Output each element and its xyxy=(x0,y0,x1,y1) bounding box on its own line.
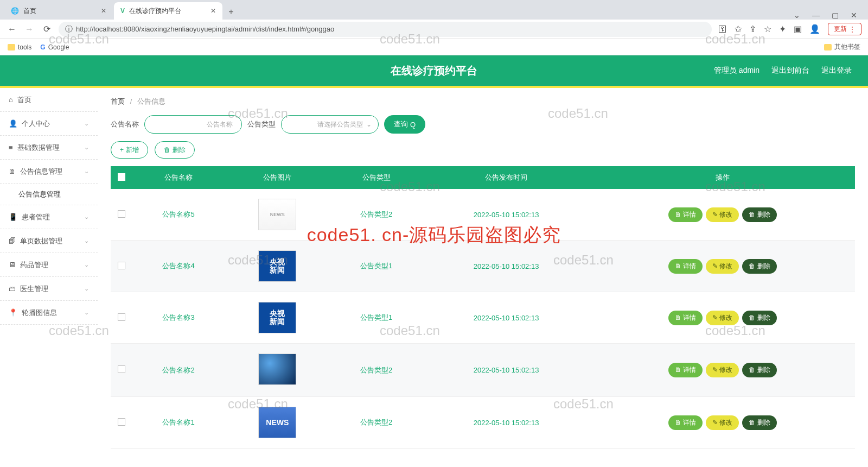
admin-label[interactable]: 管理员 admin xyxy=(714,66,760,75)
browser-tab-1[interactable]: V 在线诊疗预约平台 ✕ xyxy=(114,2,222,20)
doc-icon: 🗎 xyxy=(9,167,16,175)
detail-button[interactable]: 🗎 详情 xyxy=(668,311,703,325)
sidebar-item-doctor[interactable]: 🗃 医生管理 ⌄ xyxy=(0,277,98,301)
chevron-down-icon: ⌄ xyxy=(84,237,89,244)
announce-thumb[interactable]: NEWS xyxy=(258,199,296,230)
sidebar-item-home[interactable]: ⌂ 首页 xyxy=(0,88,98,112)
close-icon[interactable]: ✕ xyxy=(101,7,106,15)
row-checkbox[interactable] xyxy=(118,313,125,321)
delete-row-button[interactable]: 🗑 删除 xyxy=(742,415,776,430)
announce-thumb[interactable]: 央视新闻 xyxy=(258,302,296,333)
detail-button[interactable]: 🗎 详情 xyxy=(668,259,703,274)
breadcrumb-current: 公告信息 xyxy=(137,97,165,105)
chevron-down-icon: ⌄ xyxy=(84,285,89,292)
menu-icon: ⋮ xyxy=(849,26,856,33)
tab-title: 在线诊疗预约平台 xyxy=(129,7,181,16)
type-filter-select[interactable]: 请选择公告类型 xyxy=(281,115,379,134)
sidebar-item-announce[interactable]: 🗎 公告信息管理 ⌄ xyxy=(0,160,98,184)
bookmark-bar: tools G Google 其他书签 xyxy=(0,39,868,55)
install-icon[interactable]: ✩ xyxy=(735,24,742,34)
other-bookmarks[interactable]: 其他书签 xyxy=(824,42,860,52)
edit-button[interactable]: ✎ 修改 xyxy=(706,415,739,430)
announce-thumb[interactable] xyxy=(258,354,296,385)
select-all-checkbox[interactable] xyxy=(118,173,125,181)
cell-name: 公告名称4 xyxy=(132,241,225,292)
delete-row-button[interactable]: 🗑 删除 xyxy=(742,207,776,222)
key-icon[interactable]: ⚿ xyxy=(718,24,727,34)
sidebar-item-medicine[interactable]: 🖥 药品管理 ⌄ xyxy=(0,253,98,277)
close-window-icon[interactable]: ✕ xyxy=(851,11,857,20)
edit-button[interactable]: ✎ 修改 xyxy=(706,259,739,274)
forward-icon[interactable]: → xyxy=(24,24,35,34)
cell-type: 公告类型2 xyxy=(330,189,422,241)
add-button[interactable]: + 新增 xyxy=(111,141,148,159)
chevron-down-icon: ⌄ xyxy=(84,144,89,151)
chevron-down-icon: ⌄ xyxy=(84,261,89,268)
sidebar-item-basedata[interactable]: ≡ 基础数据管理 ⌄ xyxy=(0,136,98,160)
sidebar-item-pagedata[interactable]: 🗐 单页数据管理 ⌄ xyxy=(0,229,98,253)
sidebar-item-carousel[interactable]: 📍 轮播图信息 ⌄ xyxy=(0,301,98,325)
name-filter-label: 公告名称 xyxy=(111,119,139,129)
browser-tab-0[interactable]: 🌐 首页 ✕ xyxy=(4,2,113,20)
close-icon[interactable]: ✕ xyxy=(210,7,216,15)
edit-button[interactable]: ✎ 修改 xyxy=(706,207,739,222)
sidebar-sub-announce[interactable]: 公告信息管理 xyxy=(0,184,98,205)
row-checkbox[interactable] xyxy=(118,262,125,269)
profile-icon[interactable]: 👤 xyxy=(809,24,820,34)
globe-icon: 🌐 xyxy=(11,7,19,15)
logout-link[interactable]: 退出登录 xyxy=(821,66,852,75)
address-bar[interactable]: ⓘ http://localhost:8080/xiaoxingzhenliao… xyxy=(59,22,712,37)
new-tab-button[interactable]: + xyxy=(224,4,239,20)
cell-ops: 🗎 详情✎ 修改🗑 删除 xyxy=(590,344,855,397)
main-content: 首页 / 公告信息 公告名称 公告类型 请选择公告类型 查询 Q + 新增 🗑 … xyxy=(98,88,868,467)
announce-thumb[interactable]: 央视新闻 xyxy=(258,250,296,282)
extensions-icon[interactable]: ✦ xyxy=(779,24,786,34)
cell-name: 公告名称5 xyxy=(132,189,225,241)
delete-row-button[interactable]: 🗑 删除 xyxy=(742,259,776,274)
delete-button[interactable]: 🗑 删除 xyxy=(155,141,195,159)
bookmark-tools[interactable]: tools xyxy=(8,43,31,51)
edit-button[interactable]: ✎ 修改 xyxy=(706,311,739,325)
maximize-icon[interactable]: ▢ xyxy=(832,11,839,20)
reload-icon[interactable]: ⟳ xyxy=(41,24,52,34)
bookmark-google[interactable]: G Google xyxy=(40,43,69,51)
cell-time: 2022-05-10 15:02:13 xyxy=(423,344,590,397)
cell-ops: 🗎 详情✎ 修改🗑 删除 xyxy=(590,292,855,344)
star-icon[interactable]: ☆ xyxy=(764,24,771,34)
edit-button[interactable]: ✎ 修改 xyxy=(706,363,739,377)
announce-thumb[interactable]: NEWS xyxy=(258,407,296,438)
goto-front-link[interactable]: 退出到前台 xyxy=(771,66,809,75)
search-icon: Q xyxy=(410,121,416,129)
sidebar-item-patient[interactable]: 📱 患者管理 ⌄ xyxy=(0,205,98,229)
cell-image xyxy=(225,344,330,397)
name-filter-input[interactable] xyxy=(144,115,242,134)
search-button[interactable]: 查询 Q xyxy=(384,115,425,134)
sidepanel-icon[interactable]: ▣ xyxy=(794,24,802,34)
col-image: 公告图片 xyxy=(225,166,330,189)
row-checkbox[interactable] xyxy=(118,365,125,373)
breadcrumb-home[interactable]: 首页 xyxy=(111,97,125,105)
detail-button[interactable]: 🗎 详情 xyxy=(668,207,703,222)
user-icon: 👤 xyxy=(9,119,17,128)
delete-row-button[interactable]: 🗑 删除 xyxy=(742,363,776,377)
col-ops: 操作 xyxy=(590,166,855,189)
dropdown-icon[interactable]: ⌄ xyxy=(794,11,800,20)
browser-tab-strip: 🌐 首页 ✕ V 在线诊疗预约平台 ✕ + ⌄ — ▢ ✕ xyxy=(0,0,868,20)
row-checkbox[interactable] xyxy=(118,418,125,426)
share-icon[interactable]: ⇪ xyxy=(749,24,756,34)
update-button[interactable]: 更新 ⋮ xyxy=(828,23,861,35)
detail-button[interactable]: 🗎 详情 xyxy=(668,415,703,430)
row-checkbox[interactable] xyxy=(118,210,125,218)
cell-name: 公告名称2 xyxy=(132,344,225,397)
detail-button[interactable]: 🗎 详情 xyxy=(668,363,703,377)
table-row: 公告名称2公告类型22022-05-10 15:02:13🗎 详情✎ 修改🗑 删… xyxy=(111,344,855,397)
chevron-down-icon: ⌄ xyxy=(84,168,89,175)
phone-icon: 📱 xyxy=(9,213,17,221)
col-check xyxy=(111,166,132,189)
minimize-icon[interactable]: — xyxy=(812,11,820,20)
table-row: 公告名称1NEWS公告类型22022-05-10 15:02:13🗎 详情✎ 修… xyxy=(111,397,855,449)
delete-row-button[interactable]: 🗑 删除 xyxy=(742,311,776,325)
sidebar-item-profile[interactable]: 👤 个人中心 ⌄ xyxy=(0,112,98,136)
back-icon[interactable]: ← xyxy=(7,24,17,34)
cell-ops: 🗎 详情✎ 修改🗑 删除 xyxy=(590,397,855,449)
